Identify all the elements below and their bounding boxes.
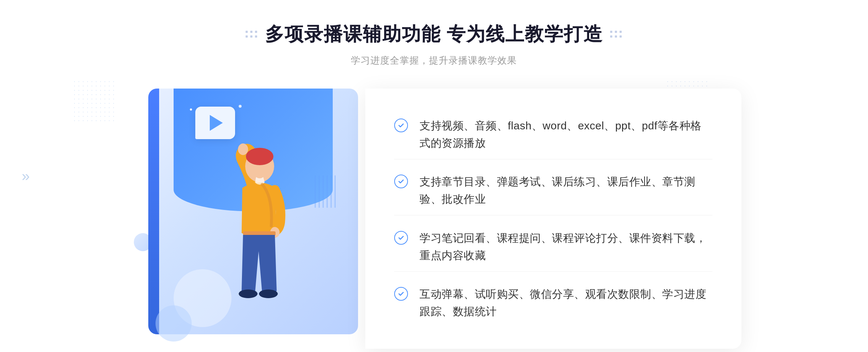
- feature-text-1: 支持视频、音频、flash、word、excel、ppt、pdf等各种格式的资源…: [420, 117, 712, 152]
- svg-point-0: [238, 143, 248, 155]
- check-icon-4: [394, 287, 409, 301]
- person-illustration: [199, 125, 315, 334]
- check-icon-3: [394, 231, 409, 245]
- feature-item-4: 互动弹幕、试听购买、微信分享、观看次数限制、学习进度跟踪、数据统计: [394, 278, 712, 327]
- title-dots-right: [610, 31, 622, 38]
- title-row: 多项录播课辅助功能 专为线上教学打造: [246, 22, 622, 47]
- content-area: 支持视频、音频、flash、word、excel、ppt、pdf等各种格式的资源…: [127, 89, 741, 349]
- sparkle-2: [239, 105, 242, 108]
- check-circle-1: [394, 119, 408, 132]
- features-area: 支持视频、音频、flash、word、excel、ppt、pdf等各种格式的资源…: [365, 89, 741, 349]
- illustration-area: [127, 89, 373, 349]
- header-section: 多项录播课辅助功能 专为线上教学打造 学习进度全掌握，提升录播课教学效果: [246, 22, 622, 67]
- feature-text-3: 学习笔记回看、课程提问、课程评论打分、课件资料下载，重点内容收藏: [420, 229, 712, 264]
- feature-item-3: 学习笔记回看、课程提问、课程评论打分、课件资料下载，重点内容收藏: [394, 222, 712, 272]
- feature-item-1: 支持视频、音频、flash、word、excel、ppt、pdf等各种格式的资源…: [394, 110, 712, 159]
- feature-item-2: 支持章节目录、弹题考试、课后练习、课后作业、章节测验、批改作业: [394, 166, 712, 215]
- feature-text-4: 互动弹幕、试听购买、微信分享、观看次数限制、学习进度跟踪、数据统计: [420, 286, 712, 320]
- deco-circle-small: [156, 305, 192, 342]
- check-circle-3: [394, 231, 408, 245]
- bg-dots-left: [72, 80, 116, 123]
- svg-point-7: [259, 289, 278, 298]
- blue-left-bar: [148, 89, 159, 334]
- page-wrapper: » 多项录播课辅助功能 专为线上教学打造 学习进度全掌握，提升录播课教学效果: [0, 0, 868, 352]
- feature-text-2: 支持章节目录、弹题考试、课后练习、课后作业、章节测验、批改作业: [420, 173, 712, 208]
- check-circle-2: [394, 175, 408, 188]
- main-title: 多项录播课辅助功能 专为线上教学打造: [265, 22, 603, 47]
- stripe-decoration: [315, 175, 344, 211]
- sparkle-1: [190, 108, 192, 111]
- check-circle-4: [394, 287, 408, 301]
- svg-point-6: [239, 289, 258, 298]
- left-chevron-icon: »: [22, 168, 30, 184]
- title-dots-left: [246, 31, 258, 38]
- subtitle: 学习进度全掌握，提升录播课教学效果: [246, 54, 622, 67]
- check-icon-2: [394, 175, 409, 189]
- check-icon-1: [394, 119, 409, 133]
